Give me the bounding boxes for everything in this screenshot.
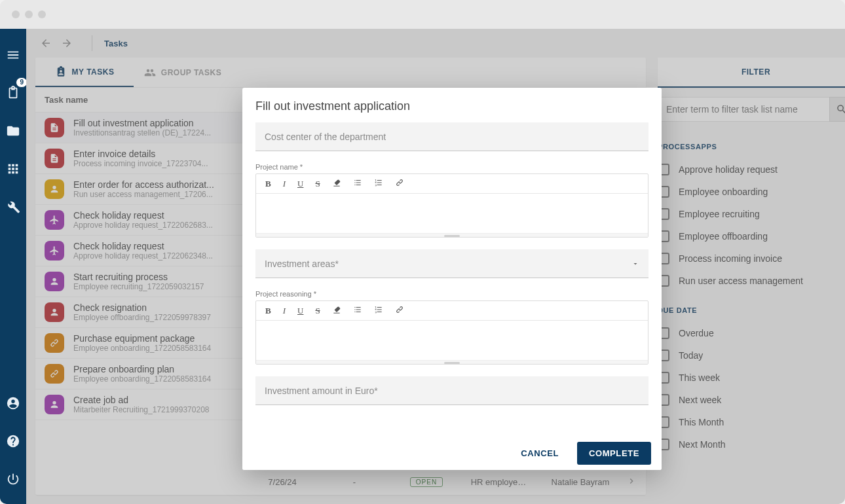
cancel-button[interactable]: CANCEL [514, 443, 565, 463]
clipboard-icon [6, 86, 20, 100]
rte-toolbar: B I U S [256, 174, 648, 194]
italic-button[interactable]: I [283, 179, 286, 189]
window-dot [12, 10, 20, 18]
modal-title: Fill out investment application [242, 88, 662, 122]
investment-areas-select[interactable]: Investment areas* [255, 249, 648, 278]
browser-frame: 9 [0, 0, 845, 504]
grid-icon [6, 162, 20, 176]
bullet-list-button[interactable] [353, 178, 362, 190]
strike-button[interactable]: S [315, 179, 320, 189]
underline-button[interactable]: U [297, 179, 303, 189]
rte-resize-grip[interactable] [256, 360, 648, 364]
caret-down-icon [631, 260, 639, 268]
window-dot [38, 10, 46, 18]
rte-resize-grip[interactable] [256, 233, 648, 237]
modal-body: Cost center of the department Project na… [242, 122, 662, 436]
rte-text-area[interactable] [256, 321, 648, 360]
app-sidebar: 9 [0, 29, 26, 504]
wrench-icon [6, 200, 20, 214]
app: 9 [0, 29, 845, 504]
task-modal: Fill out investment application Cost cen… [242, 88, 662, 470]
eraser-button[interactable] [332, 305, 341, 317]
eraser-button[interactable] [332, 178, 341, 190]
folder-icon [6, 124, 20, 138]
project-name-editor[interactable]: B I U S [255, 173, 648, 238]
window-dot [25, 10, 33, 18]
rte-toolbar: B I U S [256, 301, 648, 321]
sidebar-folder[interactable] [0, 118, 26, 144]
bold-button[interactable]: B [265, 306, 271, 316]
strike-button[interactable]: S [315, 306, 320, 316]
project-reasoning-editor[interactable]: B I U S [255, 300, 648, 365]
account-icon [6, 396, 20, 410]
sidebar-settings[interactable] [0, 194, 26, 220]
bullet-list-button[interactable] [353, 305, 362, 317]
complete-button[interactable]: COMPLETE [577, 442, 651, 465]
sidebar-account[interactable] [0, 390, 26, 416]
sidebar-tasks[interactable]: 9 [0, 80, 26, 106]
sidebar-power[interactable] [0, 466, 26, 492]
project-name-label: Project name * [255, 163, 648, 171]
bold-button[interactable]: B [265, 179, 271, 189]
numbered-list-button[interactable] [374, 305, 383, 317]
underline-button[interactable]: U [297, 306, 303, 316]
hamburger-icon [6, 48, 20, 62]
cost-center-field[interactable]: Cost center of the department [255, 122, 648, 151]
browser-title-bar [0, 0, 845, 29]
sidebar-help[interactable] [0, 428, 26, 454]
numbered-list-button[interactable] [374, 178, 383, 190]
italic-button[interactable]: I [283, 306, 286, 316]
sidebar-apps[interactable] [0, 156, 26, 182]
link-button[interactable] [395, 305, 404, 317]
help-icon [6, 434, 20, 448]
modal-actions: CANCEL COMPLETE [242, 436, 662, 470]
main-area: Tasks MY TASKS GROUP TASKS [26, 29, 845, 504]
menu-button[interactable] [0, 42, 26, 68]
rte-text-area[interactable] [256, 194, 648, 233]
investment-amount-field[interactable]: Investment amount in Euro* [255, 376, 648, 405]
project-reasoning-label: Project reasoning * [255, 290, 648, 298]
link-button[interactable] [395, 178, 404, 190]
power-icon [6, 472, 20, 486]
